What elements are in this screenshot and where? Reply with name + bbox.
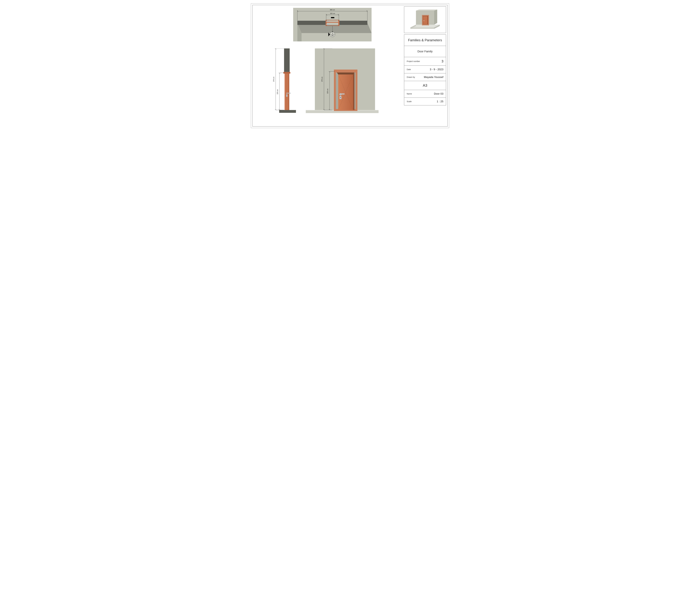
sheet-border-outer: 380 cm 102 cm: [251, 3, 449, 128]
project-number-value: 3: [441, 59, 444, 63]
titleblock-3d-thumbnail: [404, 6, 446, 33]
titleblock-heading: Families & Parameters: [404, 35, 446, 46]
dim-section-wall-height: 370 cm: [273, 77, 274, 82]
sheet-border-inner: 380 cm 102 cm: [252, 5, 448, 127]
scale-label: Scale: [407, 100, 412, 103]
elevation-view: 370 cm 225 cm: [304, 48, 380, 117]
dim-elev-door-height: 225 cm: [327, 89, 328, 93]
svg-rect-29: [284, 72, 290, 73]
svg-rect-58: [341, 93, 345, 95]
svg-rect-26: [279, 110, 296, 113]
drawing-area: 380 cm 102 cm: [254, 6, 403, 125]
svg-rect-32: [289, 74, 289, 110]
svg-marker-75: [416, 9, 437, 11]
dim-plan-width: 380 cm: [330, 9, 335, 11]
name-label: Name: [407, 93, 412, 95]
svg-rect-30: [285, 74, 289, 110]
svg-point-60: [340, 97, 341, 98]
dim-elev-wall-height: 370 cm: [321, 77, 323, 82]
drawn-by-value: Mayada Youssef: [424, 76, 444, 79]
svg-rect-35: [286, 94, 288, 97]
titleblock: Families & Parameters Door Family Projec…: [404, 6, 446, 125]
svg-rect-8: [326, 20, 339, 20]
svg-rect-50: [335, 70, 356, 72]
dim-section-door-height: 225 cm: [276, 89, 278, 94]
svg-rect-6: [338, 20, 339, 25]
svg-rect-34: [287, 93, 291, 93]
section-tag-sheet: A3: [331, 35, 333, 36]
svg-rect-31: [285, 74, 285, 110]
date-label: Date: [407, 68, 411, 70]
sheet-outer: 380 cm 102 cm: [248, 0, 452, 131]
scale-value: 1 : 25: [437, 100, 444, 103]
svg-point-80: [424, 20, 424, 21]
svg-marker-71: [410, 27, 434, 29]
titleblock-info: Families & Parameters Door Family Projec…: [404, 35, 446, 105]
date-value: 3 - 9 - 2023: [430, 68, 444, 71]
svg-marker-52: [353, 72, 354, 110]
svg-rect-10: [331, 17, 334, 18]
section-tag-number: 3: [332, 33, 333, 34]
svg-rect-79: [423, 16, 427, 24]
svg-rect-27: [284, 48, 290, 73]
drawn-by-label: Drawn by: [407, 76, 415, 78]
svg-rect-7: [327, 22, 338, 23]
project-number-label: Project number: [407, 60, 420, 62]
svg-rect-9: [326, 25, 339, 26]
name-value: Door 03: [434, 92, 444, 95]
svg-marker-51: [337, 72, 354, 75]
sheet-number: A3: [404, 81, 446, 90]
svg-marker-74: [434, 9, 437, 25]
section-view: 370 cm 225 cm: [264, 48, 300, 116]
plan-view: 380 cm 102 cm: [293, 8, 372, 44]
dim-door-width: 102 cm: [330, 13, 335, 14]
titleblock-subheading: Door Family: [404, 46, 446, 57]
